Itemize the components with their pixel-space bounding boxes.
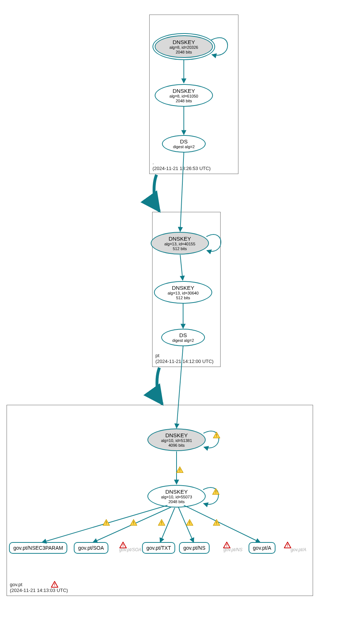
svg-text:!: ! bbox=[179, 468, 181, 472]
rr-txt[interactable]: gov.pt/TXT bbox=[142, 542, 175, 554]
warning-icon[interactable]: ! bbox=[186, 519, 193, 526]
node-gov-ksk-sub: alg=10, id=51381 bbox=[161, 438, 192, 443]
zone-pt-timestamp: (2024-11-21 14:12:00 UTC) bbox=[155, 359, 214, 364]
node-gov-ksk[interactable]: DNSKEY alg=10, id=51381 4096 bits bbox=[147, 428, 206, 451]
svg-text:!: ! bbox=[106, 521, 107, 525]
zone-root-label: . (2024-11-21 13:26:53 UTC) bbox=[153, 160, 211, 172]
node-root-ksk-sub: alg=8, id=20326 bbox=[170, 45, 198, 50]
zone-pt-label: pt (2024-11-21 14:12:00 UTC) bbox=[155, 353, 214, 365]
error-icon[interactable]: ! bbox=[284, 542, 291, 548]
node-pt-zsk-sub: alg=13, id=30640 bbox=[167, 291, 198, 296]
ghost-a: gov.pt/A bbox=[290, 547, 306, 552]
rr-nsec3param[interactable]: gov.pt/NSEC3PARAM bbox=[9, 542, 67, 554]
svg-text:!: ! bbox=[161, 521, 162, 525]
svg-text:!: ! bbox=[216, 521, 217, 525]
node-pt-zsk-title: DNSKEY bbox=[172, 285, 194, 291]
node-pt-ksk-sub: alg=13, id=40155 bbox=[164, 242, 195, 246]
node-pt-ds-sub: digest alg=2 bbox=[172, 338, 194, 343]
svg-text:!: ! bbox=[133, 521, 134, 525]
svg-text:!: ! bbox=[54, 582, 55, 587]
error-icon[interactable]: ! bbox=[51, 581, 58, 588]
rr-soa[interactable]: gov.pt/SOA bbox=[74, 542, 108, 554]
node-pt-ds-title: DS bbox=[179, 332, 187, 338]
warning-icon[interactable]: ! bbox=[213, 519, 220, 526]
node-root-ds-sub: digest alg=2 bbox=[173, 145, 195, 149]
node-gov-zsk-sub: alg=10, id=55073 bbox=[161, 495, 192, 499]
error-icon[interactable]: ! bbox=[223, 542, 230, 548]
node-gov-zsk-bits: 2048 bits bbox=[169, 499, 185, 504]
node-root-zsk[interactable]: DNSKEY alg=8, id=61050 2048 bits bbox=[155, 84, 213, 107]
warning-icon[interactable]: ! bbox=[176, 466, 183, 473]
zone-pt-name: pt bbox=[155, 353, 214, 359]
node-root-ds-title: DS bbox=[180, 138, 188, 145]
node-gov-zsk-title: DNSKEY bbox=[165, 489, 188, 495]
node-root-ds[interactable]: DS digest alg=2 bbox=[162, 135, 206, 153]
zone-govpt-label: gov.pt (2024-11-21 14:13:03 UTC) bbox=[10, 582, 68, 594]
node-root-ksk-bits: 2048 bits bbox=[176, 50, 192, 55]
zone-root-timestamp: (2024-11-21 13:26:53 UTC) bbox=[153, 166, 211, 171]
warning-icon[interactable]: ! bbox=[103, 519, 110, 526]
node-pt-ksk-bits: 512 bits bbox=[173, 246, 187, 251]
node-root-ksk[interactable]: DNSKEY alg=8, id=20326 2048 bits bbox=[155, 35, 213, 58]
node-pt-ksk-title: DNSKEY bbox=[169, 236, 191, 242]
node-gov-zsk[interactable]: DNSKEY alg=10, id=55073 2048 bits bbox=[147, 485, 206, 507]
zone-govpt-name: gov.pt bbox=[10, 582, 68, 588]
svg-text:!: ! bbox=[189, 521, 190, 525]
node-pt-zsk[interactable]: DNSKEY alg=13, id=30640 512 bits bbox=[154, 281, 212, 304]
warning-icon[interactable]: ! bbox=[130, 519, 137, 526]
node-gov-ksk-title: DNSKEY bbox=[165, 432, 188, 438]
error-icon[interactable]: ! bbox=[119, 542, 127, 548]
rr-ns[interactable]: gov.pt/NS bbox=[179, 542, 210, 554]
svg-text:!: ! bbox=[216, 433, 217, 438]
zone-root-name: . bbox=[153, 160, 211, 166]
node-gov-ksk-bits: 4096 bits bbox=[169, 443, 185, 448]
warning-icon[interactable]: ! bbox=[213, 432, 220, 438]
warning-icon[interactable]: ! bbox=[212, 488, 219, 495]
zone-govpt-timestamp: (2024-11-21 14:13:03 UTC) bbox=[10, 588, 68, 593]
node-pt-zsk-bits: 512 bits bbox=[176, 296, 190, 300]
rr-a[interactable]: gov.pt/A bbox=[249, 542, 276, 554]
svg-text:!: ! bbox=[215, 490, 217, 494]
node-root-zsk-title: DNSKEY bbox=[173, 88, 195, 94]
node-pt-ds[interactable]: DS digest alg=2 bbox=[161, 329, 205, 346]
node-root-zsk-bits: 2048 bits bbox=[176, 99, 192, 103]
node-pt-ksk[interactable]: DNSKEY alg=13, id=40155 512 bits bbox=[151, 232, 209, 254]
node-root-zsk-sub: alg=8, id=61050 bbox=[170, 94, 198, 99]
warning-icon[interactable]: ! bbox=[158, 519, 165, 526]
svg-text:!: ! bbox=[226, 543, 228, 548]
edge-deleg-root-pt bbox=[154, 175, 159, 211]
edge-deleg-pt-gov bbox=[157, 368, 162, 404]
svg-text:!: ! bbox=[122, 543, 124, 548]
node-root-ksk-title: DNSKEY bbox=[173, 39, 195, 45]
svg-text:!: ! bbox=[287, 543, 288, 548]
dnssec-graph: . (2024-11-21 13:26:53 UTC) pt (2024-11-… bbox=[0, 0, 364, 628]
